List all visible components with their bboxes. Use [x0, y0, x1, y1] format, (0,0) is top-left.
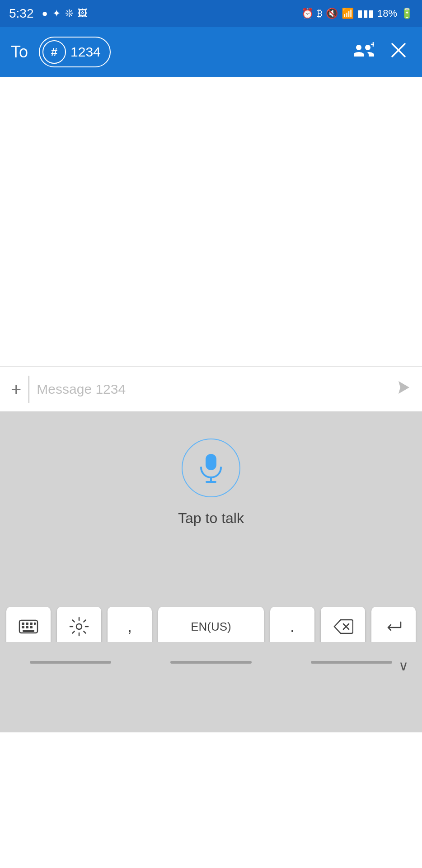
enter-key[interactable]: [371, 607, 416, 646]
nav-line-right: [311, 661, 392, 664]
close-button[interactable]: [386, 38, 411, 67]
delete-key[interactable]: [321, 607, 365, 646]
snowflake-icon: ❊: [65, 8, 73, 19]
attach-button[interactable]: +: [11, 380, 21, 398]
nav-line-center: [170, 661, 252, 664]
message-area: [0, 77, 422, 366]
chip-hash-icon: #: [42, 40, 66, 64]
svg-rect-9: [26, 623, 28, 625]
svg-rect-10: [30, 623, 33, 625]
nav-bar: ∨: [0, 642, 422, 687]
svg-rect-12: [22, 626, 24, 628]
battery-icon: 🔋: [401, 8, 413, 19]
header-bar: To # 1234 +: [0, 27, 422, 77]
language-key[interactable]: EN(US): [158, 607, 264, 646]
slack-icon: ✦: [52, 8, 61, 19]
alarm-icon: ⏰: [301, 8, 314, 19]
send-button[interactable]: [395, 379, 411, 399]
svg-rect-8: [22, 623, 24, 625]
svg-marker-3: [399, 381, 409, 394]
period-key[interactable]: .: [270, 607, 314, 646]
svg-rect-11: [34, 623, 36, 625]
tap-to-talk-label: Tap to talk: [178, 510, 244, 527]
recipient-chip[interactable]: # 1234: [39, 37, 111, 67]
svg-rect-4: [206, 454, 216, 470]
image-icon: 🖼: [78, 8, 88, 19]
status-left: 5:32 ● ✦ ❊ 🖼: [9, 6, 88, 21]
settings-button[interactable]: [57, 607, 101, 646]
chip-number: 1234: [70, 44, 101, 60]
add-contact-button[interactable]: +: [350, 38, 379, 67]
svg-rect-15: [23, 630, 34, 632]
svg-point-16: [76, 624, 82, 629]
status-right: ⏰ ₿ 🔇 📶 ▮▮▮ 18% 🔋: [301, 8, 413, 19]
status-time: 5:32: [9, 6, 34, 21]
voice-section: Tap to talk: [178, 439, 244, 527]
keyboard-area: Tap to talk: [0, 411, 422, 687]
keyboard-bottom-row: , EN(US) .: [0, 607, 422, 646]
to-label: To: [11, 42, 28, 61]
spotify-icon: ●: [42, 8, 48, 19]
nav-line-left: [30, 661, 111, 664]
battery-level: 18%: [377, 8, 397, 19]
signal-icon: ▮▮▮: [357, 8, 374, 19]
input-divider: [28, 376, 29, 403]
keyboard-wrap: Tap to talk: [0, 411, 422, 732]
status-bar: 5:32 ● ✦ ❊ 🖼 ⏰ ₿ 🔇 📶 ▮▮▮ 18% 🔋: [0, 0, 422, 27]
svg-text:+: +: [370, 42, 374, 49]
svg-rect-14: [30, 626, 33, 628]
bluetooth-icon: ₿: [317, 8, 322, 19]
keyboard-toggle-button[interactable]: [6, 607, 51, 646]
wifi-icon: 📶: [342, 8, 354, 19]
svg-rect-13: [26, 626, 28, 628]
message-input[interactable]: [37, 382, 388, 397]
input-bar: +: [0, 366, 422, 411]
comma-key[interactable]: ,: [108, 607, 152, 646]
chevron-down-icon[interactable]: ∨: [399, 658, 408, 674]
mute-icon: 🔇: [326, 8, 338, 19]
mic-button[interactable]: [182, 439, 240, 497]
